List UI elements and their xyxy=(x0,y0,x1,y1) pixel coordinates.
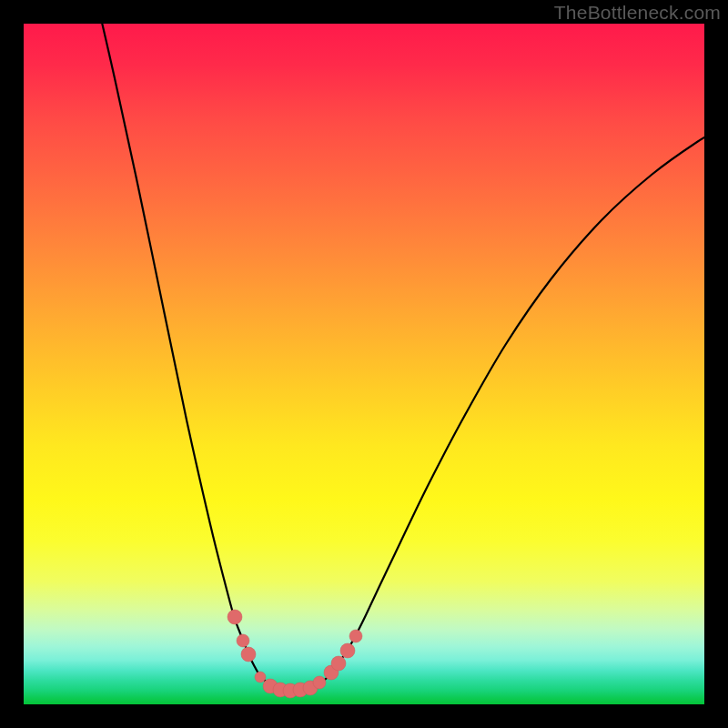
watermark-text: TheBottleneck.com xyxy=(554,2,721,24)
plot-area xyxy=(24,24,704,704)
curve-right xyxy=(284,126,704,691)
marker-point xyxy=(313,676,326,689)
chart-frame: TheBottleneck.com xyxy=(0,0,728,728)
marker-point xyxy=(331,656,346,671)
marker-point xyxy=(228,610,242,624)
marker-point xyxy=(340,643,355,658)
marker-point xyxy=(241,647,256,662)
marker-point xyxy=(237,634,249,647)
marker-point xyxy=(349,630,362,642)
chart-svg xyxy=(24,24,704,704)
curve-left xyxy=(100,24,284,691)
data-markers xyxy=(228,610,362,698)
bottleneck-curves xyxy=(100,24,704,691)
marker-point xyxy=(255,672,266,682)
